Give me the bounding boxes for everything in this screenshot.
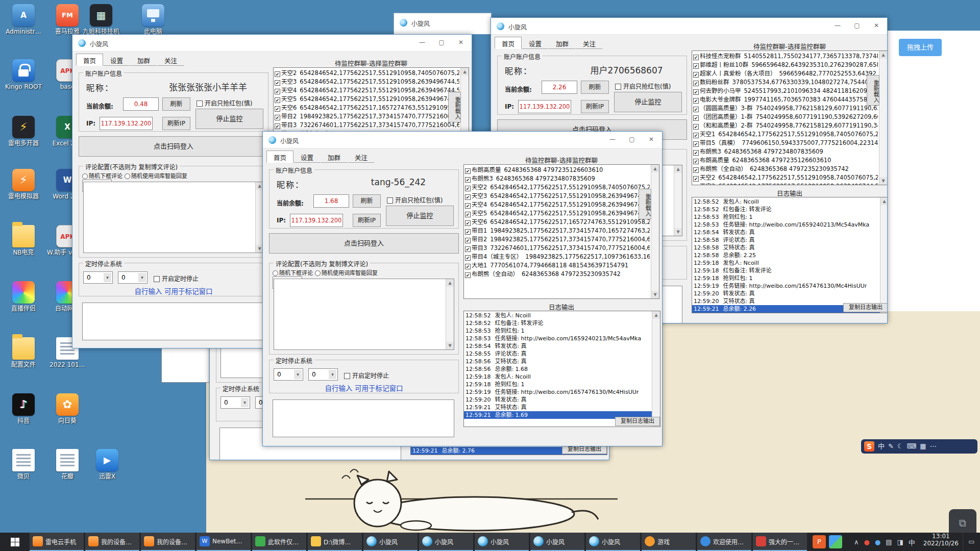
tab[interactable]: 加群 [549,37,576,49]
row-checkbox[interactable]: ✔ [693,185,699,185]
group-list-row[interactable]: ✔天空36542846542,1775622517,5512910958,263… [693,182,878,185]
row-checkbox[interactable]: ✔ [465,203,471,209]
close-button[interactable]: ✕ [451,35,471,51]
group-list-row[interactable]: ✔天空36542846542,1775622517,5512910958,263… [465,192,650,201]
timer-hour-select[interactable]: 0▾ [274,368,303,381]
tray-icon[interactable]: ▤ [886,538,892,546]
comment-textarea[interactable]: ▲▼ [274,279,454,350]
refresh-button[interactable]: 刷新 [162,97,190,111]
timer-hour-select[interactable]: 0▾ [83,271,113,284]
taskbar-app-button[interactable]: 游戏 [642,533,696,551]
group-list-row[interactable]: ✔带目37322674601,1775622517,3734157470,777… [465,244,650,253]
titlebar[interactable]: 小旋风 — ▢ ✕ [263,132,662,148]
desktop-icon[interactable]: ⚡ 雷电多开器 [3,116,44,147]
sogou-logo-icon[interactable]: S [864,441,874,452]
log-output[interactable]: 12:58:52发包人: Ncoill12:58:52红包备注: 转发评论12:… [463,311,660,427]
row-checkbox[interactable]: ✔ [465,168,471,174]
group-list-row[interactable]: ✔数码粉丝群3780537534,6776330339,1048027274,7… [693,78,878,87]
row-checkbox[interactable]: ✔ [465,238,471,243]
checkbox-box[interactable] [344,373,350,379]
list-scrollbar[interactable]: ▲▼ [879,51,887,185]
row-checkbox[interactable]: ✔ [693,115,699,121]
taskbar-app-button[interactable]: 小旋风 [586,533,640,551]
row-checkbox[interactable]: ✔ [693,98,699,104]
minimize-button[interactable]: — [603,132,622,147]
row-checkbox[interactable]: ✔ [693,89,699,95]
group-list-row[interactable]: ✔天空46542846542,1775622517,5512910958,263… [275,86,459,95]
group-list-row[interactable]: ✔天空26542846542,1775622517,5512910958,740… [465,183,650,192]
group-list-row[interactable]: ✔布朗熊36248365368 4797234807835609 [693,147,878,156]
tab[interactable]: 加群 [130,54,157,66]
tab[interactable]: 首页 [495,37,522,49]
tray-icon[interactable]: ● [875,538,880,546]
row-checkbox[interactable]: ✔ [465,229,471,235]
tray-icon[interactable]: 中 [909,537,915,547]
checkbox-box[interactable] [197,101,203,107]
desktop-icon[interactable]: NB电竞 [3,225,44,256]
taskbar-small-button[interactable] [829,535,842,548]
group-list-row[interactable]: ✔天空26542846542,1775622517,5512910958,740… [275,69,459,78]
balance-field[interactable]: 0.48 [123,97,159,111]
taskbar-app-button[interactable]: W NewBet… [197,533,251,551]
tray-icon[interactable]: ∧ [854,538,859,546]
comment-radio[interactable]: 随机使用词库智能回复 [315,270,378,277]
stop-monitor-button[interactable]: 停止监控 [614,92,682,112]
row-checkbox[interactable]: ✔ [693,141,699,147]
taskbar-app-button[interactable]: 欢迎使用… [697,533,751,551]
comment-radio[interactable]: 随机使用词库智能回复 [125,173,187,180]
row-checkbox[interactable]: ✔ [465,194,471,200]
row-checkbox[interactable]: ✔ [693,55,699,60]
row-checkbox[interactable]: ✔ [275,106,280,112]
row-checkbox[interactable]: ✔ [275,89,280,94]
timer-checkbox[interactable]: 开启定时停止 [344,371,389,380]
textarea-scrollbar[interactable]: ▲▼ [446,279,454,349]
group-list-row[interactable]: ✔带目37322674601,1775622517,3734157470,777… [275,121,459,130]
log-output[interactable]: 12:58:52发包人: Ncoill12:58:52红包备注: 转发评论12:… [692,197,888,313]
stop-monitor-button[interactable]: 停止监控 [386,206,454,226]
row-checkbox[interactable]: ✔ [275,97,280,103]
taskbar-app-button[interactable]: 雷电云手机 [30,533,84,551]
comment-radio[interactable]: 随机下框评论 [82,173,122,180]
close-button[interactable]: ✕ [642,132,661,147]
row-checkbox[interactable]: ✔ [465,177,471,183]
ime-pen-icon[interactable]: ✎ [888,441,894,452]
scan-login-button[interactable]: 点击扫码登入 [269,233,459,254]
row-checkbox[interactable]: ✔ [693,81,699,86]
taskbar-app-button[interactable]: 小旋风 [475,533,529,551]
redpacket-checkbox[interactable]: 开启只抢红包(慎) [387,195,443,204]
drag-upload-button[interactable]: 拖拽上传 [899,39,942,56]
row-checkbox[interactable]: ✔ [693,150,699,156]
comment-textarea[interactable]: ▲▼ [83,182,264,253]
group-list[interactable]: ✔科技怪杰宠粉群5140552811,7550234177,7365713378… [692,51,888,185]
desktop-icon[interactable]: A Administr… [3,4,44,35]
row-checkbox[interactable]: ✔ [465,186,471,191]
group-list-row[interactable]: ✔带目4（城主专区）1984923825,1775622517,10973616… [465,253,650,261]
balance-field[interactable]: 1.68 [313,194,349,208]
tab[interactable]: 加群 [321,151,348,163]
row-checkbox[interactable]: ✔ [465,246,471,252]
group-list-row[interactable]: ✔天空16542846542,1775622517,5512910958,740… [693,130,878,139]
row-checkbox[interactable]: ✔ [275,115,280,120]
row-checkbox[interactable]: ✔ [465,272,471,278]
ime-mode-icon[interactable]: 中 [878,441,885,452]
row-checkbox[interactable]: ✔ [693,159,699,164]
timer-minute-select[interactable]: 0▾ [308,368,338,381]
redpacket-checkbox[interactable]: 开启只抢红包(慎) [197,98,252,107]
ip-field[interactable]: 117.139.132.200 [290,214,343,227]
group-list-row[interactable]: ✔布朗熊36248365368 4797234807835609 [465,174,650,183]
copy-log-button[interactable]: 复制日志输出 [843,303,888,312]
desktop-icon[interactable]: 配置文件 [3,337,44,368]
row-checkbox[interactable]: ✔ [275,123,280,129]
refresh-ip-button[interactable]: 刷新IP [581,100,609,113]
desktop-icon[interactable]: ♪ 抖音 [3,393,44,424]
row-checkbox[interactable]: ✔ [693,107,699,112]
log-scrollbar[interactable]: ▲▼ [880,197,888,313]
maximize-button[interactable]: ▢ [622,132,642,147]
tab[interactable]: 设置 [522,37,549,49]
maximize-button[interactable]: ▢ [847,18,867,34]
group-list-row[interactable]: ✔（圆圆高质量）3-群7540249958,7762158129,6077191… [693,104,878,113]
desktop-icon[interactable]: ✿ 向日葵 [47,393,88,424]
tab[interactable]: 关注 [576,37,603,49]
timer-hour-select[interactable]: 0▾ [220,396,250,409]
mark-input[interactable] [82,303,264,340]
